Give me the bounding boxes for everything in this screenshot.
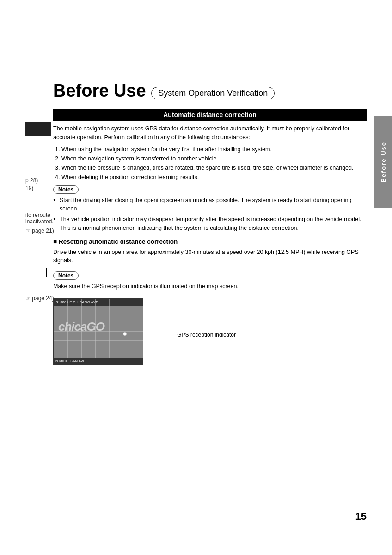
sidebar-tab-label: Before Use [380,142,387,183]
notes-label-1: Notes [58,186,74,193]
list-item-1: 1. When using the navigation system for … [53,145,367,154]
page-title-badge: System Operation Verification [151,87,275,99]
main-content: Before Use System Operation Verification… [53,81,367,509]
notes-box-1: Notes [53,185,79,194]
left-margin-item5: ☞ page 24) [25,295,54,302]
list-item-3: 3. When the tire pressure is changed, ti… [53,163,367,173]
notes2-text: Make sure the GPS reception indicator is… [53,282,367,291]
notes1-bullet-1: Start the driving after closing the open… [53,196,367,214]
corner-mark-tr [350,28,364,42]
section-header: Automatic distance correction [53,109,367,121]
corner-mark-tl [28,28,42,42]
grid-h-1 [54,313,143,313]
intro-text: The mobile navigation system uses GPS da… [53,124,367,142]
list-item-4: 4. When deleting the position correction… [53,173,367,182]
crosshair-top [191,69,201,79]
page-title: Before Use [53,81,146,100]
map-statusbar-top: ▼ 300ft E CHICAGO AVE [54,299,143,306]
gps-line [92,335,175,335]
sub-text: Drive the vehicle in an open area for ap… [53,248,367,265]
crosshair-left-mid [42,268,51,278]
gps-indicator-area: GPS reception indicator [92,332,236,338]
map-container: ▼ 300ft E CHICAGO AVE chicaGO [53,298,143,365]
corner-mark-bl [28,513,42,527]
page-title-area: Before Use System Operation Verification [53,81,367,101]
grid-h-4 [54,340,143,341]
map-statusbar-bottom: N MICHIGAN AVE [54,358,143,365]
sub-section-heading: Resetting automatic distance correction [53,238,367,245]
notes-label-2: Notes [58,272,74,279]
grid-h-5 [54,350,143,350]
left-margin-item1: p 28) [25,177,38,184]
gps-label: GPS reception indicator [177,332,236,338]
left-margin-item3: ito rerouteinactivated. [25,212,54,225]
list-item-2: 2. When the navigation system is transfe… [53,154,367,163]
notes-box-2: Notes [53,271,79,280]
notes1-bullet-2: The vehicle position indicator may disap… [53,215,367,233]
left-margin-item4: ☞ page 21) [25,228,54,234]
left-sidebar-block [25,122,51,136]
page-number: 15 [355,511,367,523]
right-sidebar-tab: Before Use [374,116,392,208]
left-margin-item2: 19) [25,185,33,191]
